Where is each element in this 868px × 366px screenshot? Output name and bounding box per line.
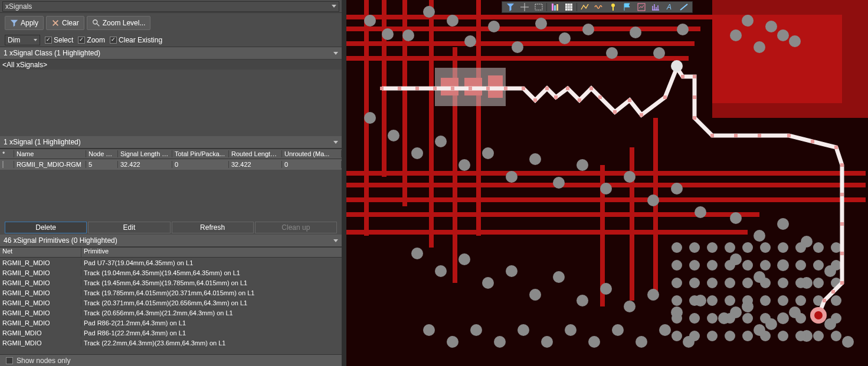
table-row[interactable]: RGMII_R_MDIOTrack (19.04mm,64.35mm)(19.4…: [0, 268, 342, 278]
svg-point-34: [606, 47, 618, 59]
xsignals-panel: xSignals Apply Clear Zoom Level... Dim: [0, 0, 342, 366]
col-node[interactable]: Node C...: [86, 150, 118, 157]
svg-point-141: [778, 278, 788, 288]
xsignal-table-header: * Name Node C... Signal Length (... Tota…: [0, 149, 342, 159]
svg-point-55: [458, 253, 470, 265]
list-item[interactable]: <All xSignals>: [0, 60, 342, 70]
xsignal-table-body[interactable]: RGMII_R_MDIO-RGM 5 32.422 0 32.422 0: [0, 159, 342, 219]
svg-point-116: [707, 260, 718, 271]
zoom-checkbox[interactable]: ✓ Zoom: [78, 36, 105, 44]
svg-point-72: [777, 29, 789, 41]
svg-point-157: [831, 242, 841, 253]
clear-existing-checkbox[interactable]: ✓ Clear Existing: [110, 36, 162, 44]
col-net[interactable]: Net: [0, 248, 81, 257]
col-routed-length[interactable]: Routed Length(...: [229, 150, 282, 157]
align-icon[interactable]: [548, 2, 562, 12]
svg-point-123: [725, 278, 735, 288]
filter-icon[interactable]: [503, 2, 517, 12]
wave-icon[interactable]: [592, 2, 606, 12]
show-nodes-label: Show nodes only: [17, 357, 70, 365]
table-row[interactable]: RGMII_R_MDIOTrack (19.785mm,64.015mm)(20…: [0, 288, 342, 298]
svg-point-35: [630, 27, 641, 38]
crosshair-icon[interactable]: [517, 2, 532, 12]
route-icon[interactable]: [578, 2, 592, 12]
svg-rect-13: [346, 230, 748, 235]
col-total-pin[interactable]: Total Pin/Packa...: [172, 150, 229, 157]
svg-point-110: [689, 260, 700, 271]
svg-rect-174: [504, 87, 507, 90]
magnifier-icon: [92, 19, 100, 27]
svg-point-56: [482, 277, 494, 289]
plot-icon[interactable]: [648, 2, 663, 12]
row-checkbox[interactable]: [2, 161, 4, 168]
svg-point-77: [754, 230, 765, 242]
table-row[interactable]: RGMII_R_MDIOTrack (19.45mm,64.35mm)(19.7…: [0, 278, 342, 288]
clear-button[interactable]: Clear: [46, 16, 84, 30]
table-row[interactable]: RGMII_MDIOPad R86-1(22.2mm,64.3mm) on L1: [0, 328, 342, 338]
svg-point-119: [707, 313, 718, 324]
table-row[interactable]: RGMII_R_MDIOTrack (20.371mm,64.015mm)(20…: [0, 298, 342, 308]
select-checkbox[interactable]: ✓ Select: [45, 36, 73, 44]
col-unrouted[interactable]: Unrouted (Ma...: [282, 150, 342, 157]
svg-point-37: [677, 24, 689, 35]
svg-point-208: [671, 60, 683, 72]
table-row[interactable]: RGMII_R_MDIOPad U7-37(19.04mm,64.35mm) o…: [0, 258, 342, 268]
pcb-canvas[interactable]: A: [346, 0, 868, 366]
grid-icon[interactable]: [562, 2, 576, 12]
svg-point-99: [612, 324, 624, 336]
xsignal-header: 1 xSignal (1 Highlighted): [0, 136, 342, 149]
table-row[interactable]: RGMII_R_MDIOPad R86-2(21.2mm,64.3mm) on …: [0, 318, 342, 328]
svg-point-128: [742, 260, 753, 271]
cell-net: RGMII_R_MDIO: [0, 279, 81, 286]
svg-point-113: [689, 313, 700, 324]
col-primitive[interactable]: Primitive: [81, 248, 342, 257]
pin-icon[interactable]: [606, 2, 620, 12]
cell-primitive: Pad R86-1(22.2mm,64.3mm) on L1: [81, 329, 342, 337]
svg-rect-171: [451, 87, 454, 90]
svg-point-25: [402, 29, 414, 41]
panel-select[interactable]: xSignals: [2, 1, 339, 12]
svg-point-54: [435, 265, 447, 277]
col-signal-length[interactable]: Signal Length (...: [118, 150, 172, 157]
delete-button[interactable]: Delete: [5, 222, 87, 233]
svg-rect-210: [552, 4, 553, 11]
table-row[interactable]: RGMII_R_MDIOTrack (20.656mm,64.3mm)(21.2…: [0, 308, 342, 318]
clear-existing-label: Clear Existing: [119, 36, 162, 44]
svg-point-90: [842, 336, 854, 348]
xsignal-class-list[interactable]: <All xSignals>: [0, 60, 342, 136]
svg-rect-6: [346, 27, 700, 31]
svg-point-214: [611, 4, 615, 7]
zoom-level-button[interactable]: Zoom Level...: [87, 16, 151, 30]
cell-net: RGMII_R_MDIO: [0, 299, 81, 306]
select-rect-icon[interactable]: [532, 2, 546, 12]
panel-title-row: xSignals: [0, 0, 342, 13]
dim-combo[interactable]: Dim: [5, 35, 40, 45]
line-icon[interactable]: [677, 2, 691, 12]
svg-point-29: [488, 21, 500, 32]
flag-icon[interactable]: [620, 2, 634, 12]
svg-point-115: [707, 242, 718, 253]
svg-point-162: [831, 331, 841, 341]
primitives-header: 46 xSignal Primitives (0 Highlighted): [0, 235, 342, 247]
show-nodes-checkbox[interactable]: [6, 357, 13, 364]
edit-button[interactable]: Edit: [88, 222, 170, 233]
svg-rect-176: [533, 98, 537, 102]
svg-rect-184: [628, 98, 631, 102]
col-name[interactable]: Name: [14, 150, 86, 157]
col-star[interactable]: *: [0, 150, 14, 157]
pcb-toolbar: A: [502, 1, 693, 13]
table-row[interactable]: RGMII_R_MDIO-RGM 5 32.422 0 32.422 0: [0, 159, 342, 170]
panel-splitter[interactable]: [342, 0, 346, 366]
chart-icon[interactable]: [634, 2, 648, 12]
apply-button[interactable]: Apply: [5, 16, 44, 30]
table-row[interactable]: RGMII_MDIOTrack (22.2mm,64.3mm)(23.6mm,6…: [0, 338, 342, 348]
chevron-down-icon: [333, 239, 338, 242]
svg-point-32: [559, 32, 571, 44]
primitives-list[interactable]: RGMII_R_MDIOPad U7-37(19.04mm,64.35mm) o…: [0, 258, 342, 354]
svg-point-76: [730, 212, 742, 224]
svg-point-49: [624, 171, 636, 183]
text-icon[interactable]: A: [663, 2, 677, 12]
svg-rect-169: [415, 87, 419, 90]
svg-point-152: [813, 260, 824, 271]
refresh-button[interactable]: Refresh: [172, 222, 254, 233]
